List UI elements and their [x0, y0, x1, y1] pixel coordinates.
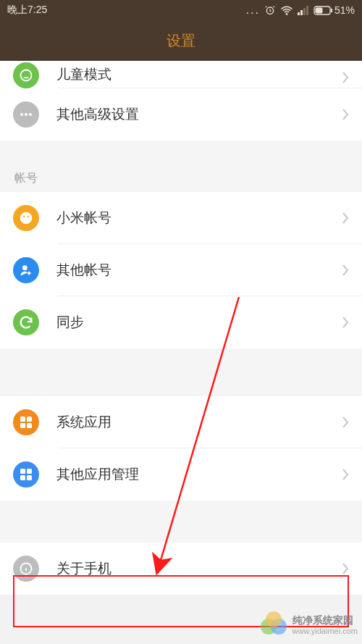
watermark-title: 纯净系统家园: [292, 615, 358, 626]
status-more-icon: ...: [246, 4, 260, 17]
about-phone-icon: [13, 556, 39, 582]
row-other-apps[interactable]: 其他应用管理: [0, 448, 362, 501]
chevron-right-icon: [342, 468, 349, 481]
page-title: 设置: [167, 31, 195, 51]
svg-rect-2: [298, 12, 300, 15]
settings-list: 儿童模式 其他高级设置 帐号 小米帐号 其他帐号 同步: [0, 61, 362, 595]
other-apps-icon: [13, 461, 39, 488]
svg-rect-23: [27, 469, 32, 474]
svg-rect-21: [27, 423, 32, 428]
status-time: 晚上7:25: [7, 4, 47, 17]
svg-point-12: [29, 113, 32, 116]
svg-point-14: [20, 212, 33, 225]
svg-rect-3: [300, 10, 303, 15]
row-system-apps[interactable]: 系统应用: [0, 396, 362, 448]
child-mode-icon: [13, 62, 39, 88]
status-bar: 晚上7:25 ... 51%: [0, 0, 362, 20]
advanced-settings-icon: [13, 101, 39, 127]
row-label: 其他应用管理: [56, 465, 342, 484]
chevron-right-icon: [342, 108, 349, 121]
chevron-right-icon: [342, 416, 349, 429]
svg-rect-19: [27, 417, 32, 422]
row-label: 其他高级设置: [56, 105, 342, 124]
row-label: 关于手机: [56, 559, 342, 578]
alarm-icon: [264, 4, 276, 16]
svg-point-11: [25, 113, 28, 116]
other-accounts-icon: [13, 257, 39, 283]
row-label: 儿童模式: [56, 65, 342, 84]
svg-rect-24: [20, 475, 25, 480]
chevron-right-icon: [342, 264, 349, 277]
chevron-right-icon: [342, 212, 349, 225]
row-label: 其他帐号: [56, 261, 342, 280]
row-label: 同步: [56, 313, 342, 332]
row-mi-account[interactable]: 小米帐号: [0, 192, 362, 244]
signal-icon: [298, 5, 309, 15]
sync-icon: [13, 309, 39, 335]
svg-rect-22: [20, 469, 25, 474]
row-other-accounts[interactable]: 其他帐号: [0, 244, 362, 296]
row-advanced-settings[interactable]: 其他高级设置: [0, 88, 362, 141]
svg-point-10: [20, 113, 23, 116]
mi-account-icon: [13, 205, 39, 231]
row-sync[interactable]: 同步: [0, 296, 362, 348]
battery-percent: 51%: [334, 4, 355, 16]
svg-point-9: [21, 70, 32, 81]
svg-rect-7: [315, 7, 322, 13]
svg-rect-25: [27, 475, 32, 480]
svg-point-17: [22, 265, 28, 270]
row-child-mode[interactable]: 儿童模式: [0, 61, 362, 88]
wifi-icon: [280, 5, 293, 15]
svg-rect-18: [20, 417, 25, 422]
app-header: 设置: [0, 20, 362, 61]
svg-rect-20: [20, 423, 25, 428]
section-header-accounts: 帐号: [0, 162, 362, 192]
system-apps-icon: [13, 409, 39, 435]
svg-point-15: [23, 216, 25, 217]
svg-rect-5: [306, 6, 308, 15]
row-label: 系统应用: [56, 413, 342, 432]
svg-point-16: [28, 216, 29, 217]
chevron-right-icon: [342, 562, 349, 575]
row-label: 小米帐号: [56, 209, 342, 227]
svg-point-1: [286, 14, 287, 15]
svg-rect-4: [303, 8, 306, 15]
svg-rect-8: [331, 9, 332, 12]
watermark-url: www.yidaimei.com: [292, 627, 358, 635]
watermark: 纯净系统家园 www.yidaimei.com: [259, 611, 358, 640]
chevron-right-icon: [342, 71, 349, 84]
watermark-logo-icon: [259, 611, 288, 640]
row-about-phone[interactable]: 关于手机: [0, 543, 362, 595]
svg-point-30: [266, 611, 282, 627]
chevron-right-icon: [342, 316, 349, 329]
battery-icon: [313, 6, 332, 15]
